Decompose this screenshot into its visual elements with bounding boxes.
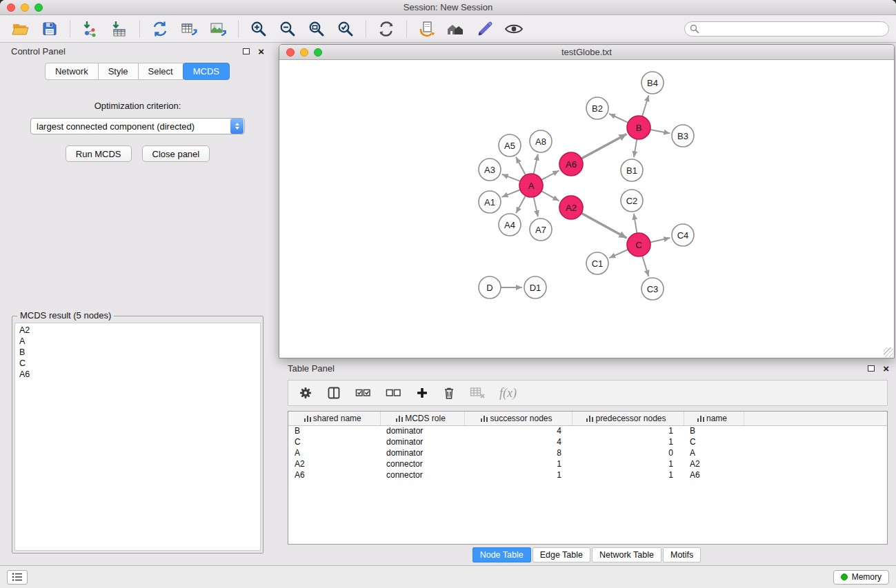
graph-node-A7[interactable]: A7 (530, 219, 552, 241)
show-graphics-details-button[interactable] (500, 17, 528, 41)
graph-edge-C-C4[interactable] (650, 238, 670, 242)
search-box[interactable] (684, 21, 889, 37)
delete-column-button[interactable] (443, 386, 455, 400)
optimization-dropdown[interactable]: largest connected component (directed) (30, 118, 245, 134)
zoom-network-window-button[interactable] (314, 48, 322, 57)
zoom-window-button[interactable] (34, 3, 43, 12)
graph-node-B[interactable]: B (627, 116, 650, 139)
graph-edge-A-A8[interactable] (534, 154, 538, 174)
list-item[interactable]: C (19, 358, 256, 369)
column-header-name[interactable]: name (684, 412, 744, 425)
export-image-button[interactable] (204, 17, 232, 41)
float-panel-icon[interactable] (868, 365, 875, 372)
tab-style[interactable]: Style (98, 63, 139, 80)
graph-edge-A-A7[interactable] (534, 197, 538, 217)
table-settings-button[interactable] (299, 386, 312, 400)
graph-edge-A2-C[interactable] (581, 213, 627, 238)
graph-edge-A6-B[interactable] (581, 134, 626, 159)
graph-edge-A-A4[interactable] (516, 196, 526, 213)
graph-node-B4[interactable]: B4 (641, 72, 664, 94)
memory-button[interactable]: Memory (833, 570, 889, 585)
graph-node-A8[interactable]: A8 (530, 130, 552, 152)
panel-splitter[interactable] (270, 43, 279, 565)
graph-node-B1[interactable]: B1 (621, 159, 643, 181)
graph-node-A4[interactable]: A4 (499, 214, 521, 236)
graph-edge-A-A1[interactable] (502, 190, 521, 197)
tab-mcds[interactable]: MCDS (183, 63, 230, 80)
graph-node-D[interactable]: D (479, 276, 501, 298)
column-header-predecessor-nodes[interactable]: predecessor nodes (572, 412, 684, 425)
function-builder-button[interactable]: f(x) (499, 386, 517, 401)
list-item[interactable]: A (19, 336, 256, 347)
resize-handle[interactable] (884, 347, 893, 357)
home-button[interactable] (442, 17, 470, 41)
minimize-window-button[interactable] (21, 3, 29, 12)
table-row[interactable]: Bdominator41B (288, 425, 887, 436)
deselect-all-button[interactable] (386, 387, 401, 399)
graph-node-B2[interactable]: B2 (586, 97, 608, 119)
graph-node-C[interactable]: C (627, 233, 650, 256)
graph-node-A5[interactable]: A5 (499, 134, 521, 156)
graph-node-C2[interactable]: C2 (621, 190, 643, 212)
show-columns-button[interactable] (327, 386, 341, 400)
import-network-button[interactable] (77, 17, 104, 41)
column-header-successor-nodes[interactable]: successor nodes (464, 412, 572, 425)
column-header-mcds-role[interactable]: MCDS role (380, 412, 464, 425)
float-panel-icon[interactable] (243, 48, 250, 54)
graph-node-A[interactable]: A (519, 174, 543, 197)
table-row[interactable]: A6connector11A6 (288, 469, 887, 480)
graph-node-C3[interactable]: C3 (641, 278, 664, 300)
graph-node-C1[interactable]: C1 (586, 252, 608, 274)
export-table-button[interactable] (175, 17, 203, 41)
graph-edge-B-B2[interactable] (609, 114, 628, 123)
zoom-out-button[interactable] (274, 17, 301, 41)
graph-edge-B-B1[interactable] (634, 139, 637, 157)
close-panel-button[interactable]: Close panel (142, 145, 210, 162)
list-item[interactable]: A6 (19, 369, 256, 380)
table-row[interactable]: Adominator80A (288, 447, 887, 458)
graph-edge-A-A6[interactable] (541, 170, 559, 180)
graph-edge-B-B3[interactable] (650, 130, 670, 133)
run-mcds-button[interactable]: Run MCDS (66, 145, 132, 162)
delete-table-button[interactable] (470, 386, 485, 400)
graph-node-A1[interactable]: A1 (479, 191, 501, 213)
graph-edge-A-A5[interactable] (516, 157, 526, 175)
export-network-button[interactable] (146, 17, 174, 41)
close-window-button[interactable] (7, 3, 15, 12)
tab-node-table[interactable]: Node Table (472, 547, 531, 562)
tab-select[interactable]: Select (138, 63, 183, 80)
graph-node-C4[interactable]: C4 (672, 224, 694, 246)
close-panel-icon[interactable]: × (883, 363, 889, 374)
column-header-shared-name[interactable]: shared name (288, 412, 380, 425)
graph-node-B3[interactable]: B3 (672, 125, 694, 147)
list-item[interactable]: B (19, 347, 256, 358)
graph-node-A3[interactable]: A3 (479, 159, 501, 181)
tab-network-table[interactable]: Network Table (592, 547, 661, 562)
table-row[interactable]: A2connector11A2 (288, 458, 887, 469)
tab-edge-table[interactable]: Edge Table (532, 547, 590, 562)
network-window-titlebar[interactable]: testGlobe.txt (279, 45, 894, 60)
new-column-button[interactable] (416, 387, 428, 399)
select-all-button[interactable] (355, 387, 371, 399)
graph-node-A6[interactable]: A6 (559, 152, 583, 176)
save-session-button[interactable] (36, 17, 63, 41)
graph-edge-C-C2[interactable] (634, 214, 637, 233)
graph-node-A2[interactable]: A2 (559, 196, 583, 219)
window-titlebar[interactable]: Session: New Session (0, 0, 896, 15)
import-table-button[interactable] (106, 17, 133, 41)
table-row[interactable]: Cdominator41C (288, 436, 887, 447)
graph-node-D1[interactable]: D1 (524, 276, 546, 298)
refresh-view-button[interactable] (372, 17, 400, 41)
minimize-network-window-button[interactable] (300, 48, 308, 57)
style-button[interactable] (471, 17, 499, 41)
search-input[interactable] (684, 21, 889, 37)
graph-edge-A-A2[interactable] (541, 191, 559, 201)
graph-edge-A-A3[interactable] (502, 174, 520, 181)
graph-edge-C-C3[interactable] (642, 256, 648, 276)
graph-edge-C-C1[interactable] (609, 250, 628, 258)
zoom-fit-button[interactable] (303, 17, 330, 41)
graph-edge-B-B4[interactable] (642, 95, 648, 116)
task-history-button[interactable] (7, 570, 28, 585)
list-item[interactable]: A2 (19, 325, 256, 336)
open-session-button[interactable] (7, 17, 34, 41)
